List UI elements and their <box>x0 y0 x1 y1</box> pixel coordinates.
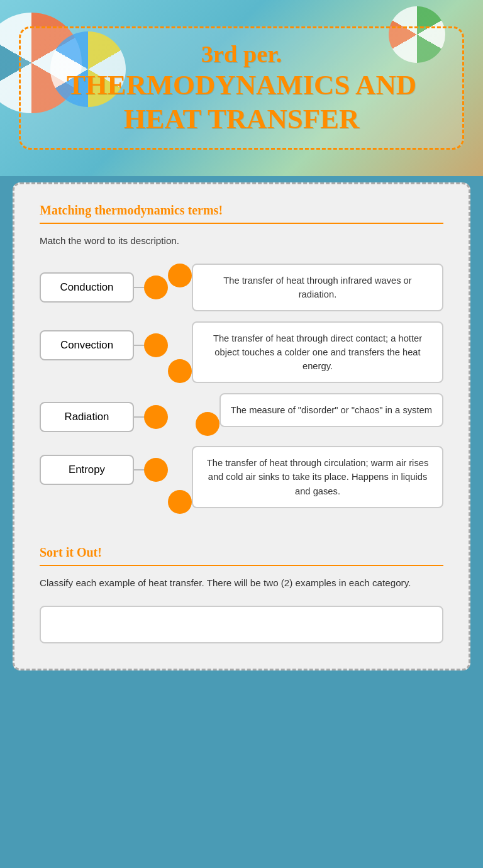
sort-section-title: Sort it Out! <box>40 545 443 560</box>
dot-def-2-left[interactable] <box>168 359 192 383</box>
definition-convection[interactable]: The transfer of heat through circulation… <box>192 446 443 508</box>
dot-radiation-right[interactable] <box>144 405 168 429</box>
match-row-2: Convection The transfer of heat through … <box>40 321 443 383</box>
def-group-4: The transfer of heat through circulation… <box>168 446 443 514</box>
section-divider-2 <box>40 565 443 566</box>
term-conduction[interactable]: Conduction <box>40 272 134 303</box>
definition-radiation[interactable]: The transfer of heat through infrared wa… <box>192 264 443 311</box>
matching-instruction: Match the word to its description. <box>40 235 443 246</box>
sort-preview-box[interactable] <box>40 606 443 643</box>
term-radiation[interactable]: Radiation <box>40 402 134 432</box>
header-title-line1: 3rd per. <box>40 40 443 69</box>
match-row-4: Entropy The transfer of heat through cir… <box>40 446 443 514</box>
definition-conduction[interactable]: The transfer of heat through direct cont… <box>192 321 443 383</box>
header-overlay: 3rd per. THERMODYNAMICS and HEAT TRANSFE… <box>0 0 483 176</box>
def-group-3: The measure of "disorder" or "chaos" in … <box>196 393 443 436</box>
sort-instruction: Classify each example of heat transfer. … <box>40 577 443 588</box>
dot-conduction-right[interactable] <box>144 275 168 299</box>
dot-def-4-left[interactable] <box>168 490 192 514</box>
sort-section: Sort it Out! Classify each example of he… <box>40 545 443 643</box>
header-section: 3rd per. THERMODYNAMICS and HEAT TRANSFE… <box>0 0 483 176</box>
def-group-2: The transfer of heat through direct cont… <box>168 321 443 383</box>
def-group-1: The transfer of heat through infrared wa… <box>168 264 443 311</box>
dot-entropy-right[interactable] <box>144 458 168 482</box>
definition-entropy[interactable]: The measure of "disorder" or "chaos" in … <box>219 393 443 427</box>
header-title-line3: HEAT TRANSFER <box>40 103 443 136</box>
term-group-entropy: Entropy <box>40 455 168 485</box>
header-title-line2: THERMODYNAMICS and <box>40 69 443 103</box>
dot-convection-right[interactable] <box>144 333 168 357</box>
term-group-convection: Convection <box>40 330 168 360</box>
term-group-conduction: Conduction <box>40 272 168 303</box>
match-row-3: Radiation The measure of "disorder" or "… <box>40 393 443 436</box>
match-row-1: Conduction The transfer of heat through … <box>40 264 443 311</box>
dot-def-3-left[interactable] <box>196 412 219 436</box>
matching-section-title: Matching thermodynamics terms! <box>40 203 443 218</box>
main-card: Matching thermodynamics terms! Match the… <box>13 182 470 670</box>
header-card: 3rd per. THERMODYNAMICS and HEAT TRANSFE… <box>19 26 464 150</box>
dot-def-1-left[interactable] <box>168 264 192 287</box>
section-divider-1 <box>40 223 443 224</box>
connector-3 <box>134 416 144 418</box>
term-entropy[interactable]: Entropy <box>40 455 134 485</box>
connector-2 <box>134 345 144 346</box>
term-group-radiation: Radiation <box>40 402 168 432</box>
term-convection[interactable]: Convection <box>40 330 134 360</box>
connector-4 <box>134 469 144 470</box>
connector-1 <box>134 287 144 288</box>
